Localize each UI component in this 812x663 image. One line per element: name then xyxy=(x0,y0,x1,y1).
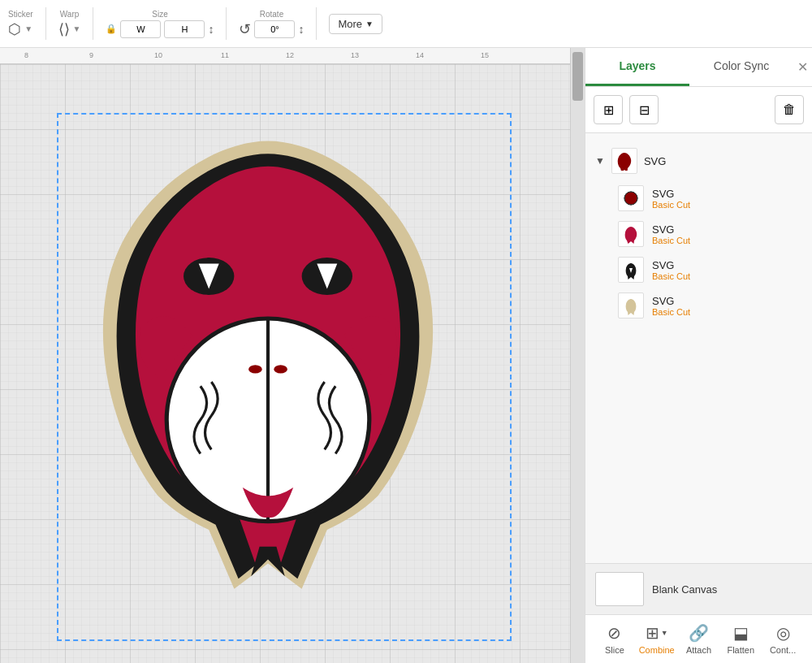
warp-section: Warp ⟨⟩ ▼ xyxy=(58,10,81,38)
layer-item-3-thumb xyxy=(618,292,644,318)
delete-layer-icon: 🗑 xyxy=(783,102,796,117)
left-nostril xyxy=(248,365,262,373)
toolbar: Sticker ⬡ ▼ Warp ⟨⟩ ▼ Size 🔒 ↕ Rotate ↺ … xyxy=(0,0,812,48)
size-arrows-icon: ↕ xyxy=(208,23,214,36)
slice-icon: ⊘ xyxy=(607,623,621,643)
layer-2-thumb-svg xyxy=(621,260,641,280)
warp-icon: ⟨⟩ xyxy=(58,20,70,38)
ruler-mark-9: 9 xyxy=(89,51,93,59)
more-label: More xyxy=(338,18,362,30)
canvas-area[interactable]: 8 9 10 11 12 13 14 15 xyxy=(0,48,585,663)
flatten-button[interactable]: ⬓ Flatten xyxy=(720,623,761,655)
artwork-svg xyxy=(57,113,479,609)
layer-item-2-name: SVG xyxy=(652,259,690,271)
layer-parent-thumb xyxy=(611,148,637,174)
group-layer-button[interactable]: ⊟ xyxy=(629,95,659,124)
tab-color-sync[interactable]: Color Sync xyxy=(689,48,793,86)
flatten-icon: ⬓ xyxy=(733,623,749,643)
blank-canvas-section: Blank Canvas xyxy=(585,563,812,614)
layer-parent-chevron-icon: ▼ xyxy=(595,155,605,167)
rotate-label: Rotate xyxy=(260,10,283,19)
warp-controls: ⟨⟩ ▼ xyxy=(58,20,81,38)
layer-parent-svg[interactable]: ▼ SVG xyxy=(585,141,812,180)
ruler-mark-11: 11 xyxy=(221,51,229,59)
combine-label: Combine xyxy=(639,645,675,655)
more-chevron-icon: ▼ xyxy=(365,20,374,28)
ruler-mark-8: 8 xyxy=(24,51,28,59)
lock-icon: 🔒 xyxy=(106,24,117,34)
ruler-top: 8 9 10 11 12 13 14 15 xyxy=(0,48,570,64)
contour-label: Cont... xyxy=(770,645,796,655)
layer-parent-thumb-svg xyxy=(615,151,634,171)
add-layer-icon: ⊞ xyxy=(603,102,614,118)
panel-actions: ⊞ ⊟ 🗑 xyxy=(585,87,812,133)
sticker-section: Sticker ⬡ ▼ xyxy=(8,10,33,38)
divider-3 xyxy=(226,7,227,40)
layer-item-2-thumb xyxy=(618,257,644,283)
right-panel: Layers Color Sync ✕ ⊞ ⊟ 🗑 ▼ xyxy=(585,48,812,663)
divider-2 xyxy=(93,7,93,40)
layer-parent-name: SVG xyxy=(644,155,666,167)
divider-4 xyxy=(316,7,317,40)
combine-icon-group: ⊞ ▼ xyxy=(646,623,668,643)
layer-item-0-info: SVG Basic Cut xyxy=(652,188,690,210)
layer-item-1-thumb xyxy=(618,221,644,247)
blank-canvas-thumbnail xyxy=(595,572,644,606)
attach-button[interactable]: 🔗 Attach xyxy=(678,623,719,655)
ruler-mark-12: 12 xyxy=(286,51,294,59)
layer-item-1-name: SVG xyxy=(652,223,690,236)
tab-layers[interactable]: Layers xyxy=(585,48,689,86)
right-nostril xyxy=(274,365,287,373)
layer-3-thumb-svg xyxy=(621,296,641,315)
layer-parent-info: SVG xyxy=(644,155,666,167)
rotate-icon: ↺ xyxy=(239,20,251,38)
rotate-input[interactable] xyxy=(254,20,295,38)
combine-button[interactable]: ⊞ ▼ Combine xyxy=(637,623,677,655)
layer-item-2-type: Basic Cut xyxy=(652,271,690,281)
size-controls: 🔒 ↕ xyxy=(106,20,214,38)
flatten-label: Flatten xyxy=(727,645,754,655)
divider-1 xyxy=(45,7,46,40)
layer-item-0-type: Basic Cut xyxy=(652,200,690,210)
sticker-icon: ⬡ xyxy=(8,20,21,38)
main-container: 8 9 10 11 12 13 14 15 xyxy=(0,48,812,663)
height-input[interactable] xyxy=(164,20,205,38)
ruler-mark-14: 14 xyxy=(416,51,424,59)
rotate-section: Rotate ↺ ↕ xyxy=(239,10,304,38)
panel-bottom-bar: ⊘ Slice ⊞ ▼ Combine 🔗 Attach ⬓ Flatten ◎ xyxy=(585,614,812,663)
slice-button[interactable]: ⊘ Slice xyxy=(594,623,635,655)
sticker-chevron-icon: ▼ xyxy=(24,24,32,33)
width-input[interactable] xyxy=(120,20,161,38)
blank-canvas-label: Blank Canvas xyxy=(652,583,717,596)
ruler-mark-13: 13 xyxy=(351,51,359,59)
layer-item-0-name: SVG xyxy=(652,188,690,200)
layer-item-3-type: Basic Cut xyxy=(652,307,690,317)
layer-item-1-type: Basic Cut xyxy=(652,236,690,245)
sticker-controls: ⬡ ▼ xyxy=(8,20,32,38)
attach-icon: 🔗 xyxy=(689,623,709,643)
layer-item-3-name: SVG xyxy=(652,295,690,307)
layer-item-0-thumb xyxy=(618,185,644,211)
size-section: Size 🔒 ↕ xyxy=(106,10,214,38)
artwork-container[interactable] xyxy=(57,113,512,641)
add-layer-button[interactable]: ⊞ xyxy=(594,95,623,124)
warp-chevron-icon: ▼ xyxy=(73,24,81,33)
ruler-mark-10: 10 xyxy=(154,51,162,59)
layer-item-1[interactable]: SVG Basic Cut xyxy=(585,216,812,252)
contour-button[interactable]: ◎ Cont... xyxy=(762,623,803,655)
size-label: Size xyxy=(152,10,167,19)
panel-close-button[interactable]: ✕ xyxy=(793,48,812,86)
delete-layer-button[interactable]: 🗑 xyxy=(775,95,804,124)
layer-item-2[interactable]: SVG Basic Cut xyxy=(585,252,812,288)
layer-1-thumb-svg xyxy=(621,224,641,244)
scrollbar-vertical[interactable] xyxy=(570,48,585,663)
more-button[interactable]: More ▼ xyxy=(329,14,382,34)
layer-item-3[interactable]: SVG Basic Cut xyxy=(585,288,812,323)
ruler-mark-15: 15 xyxy=(481,51,489,59)
slice-label: Slice xyxy=(605,645,624,655)
group-layer-icon: ⊟ xyxy=(639,102,650,118)
scrollbar-thumb[interactable] xyxy=(572,52,583,101)
layer-item-3-info: SVG Basic Cut xyxy=(652,295,690,317)
rotate-controls: ↺ ↕ xyxy=(239,20,304,38)
layer-item-0[interactable]: SVG Basic Cut xyxy=(585,180,812,216)
